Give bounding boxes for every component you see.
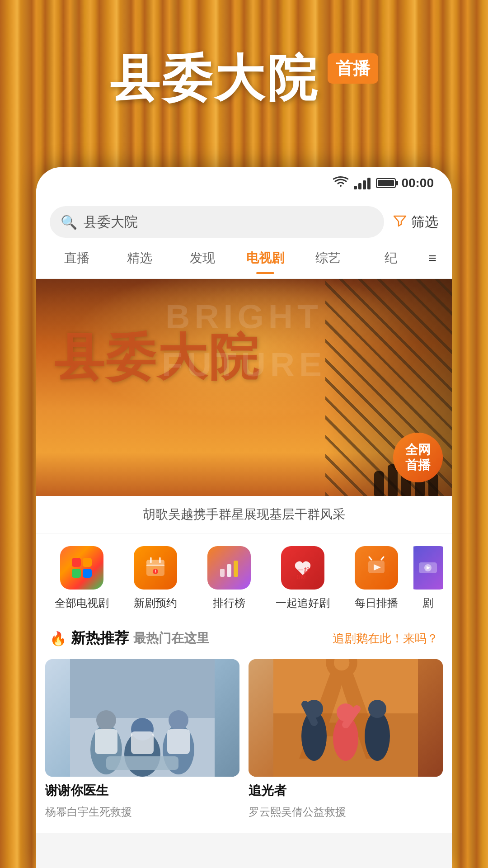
search-bar-row: 🔍 县委大院 筛选 <box>36 199 452 245</box>
hero-banner[interactable]: 县委大院 BRIGHT FUTURE 全网 首播 <box>36 279 452 496</box>
svg-rect-0 <box>72 558 81 567</box>
tab-variety[interactable]: 综艺 <box>296 245 359 271</box>
category-daily[interactable]: 每日排播 <box>340 546 413 610</box>
tab-discover[interactable]: 发现 <box>171 245 234 271</box>
svg-rect-34 <box>106 756 178 770</box>
cat-icon-more <box>413 546 443 590</box>
svg-rect-33 <box>167 729 190 754</box>
svg-rect-11 <box>220 569 225 577</box>
title-area: 县委大院 首播 <box>0 45 488 113</box>
card-desc-1: 杨幂白宇生死救援 <box>45 805 239 819</box>
svg-rect-5 <box>146 560 164 565</box>
hot-icon: 🔥 <box>50 631 66 646</box>
cat-label-ranking: 排行榜 <box>213 596 245 610</box>
svg-text:一起: 一起 <box>297 566 310 574</box>
svg-line-16 <box>369 557 371 560</box>
section-title: 🔥 新热推荐 最热门在这里 <box>50 628 209 648</box>
status-bar: 00:00 <box>36 167 452 199</box>
card-desc-2: 罗云熙吴倩公益救援 <box>249 805 443 819</box>
category-all-tv[interactable]: 全部电视剧 <box>45 546 119 610</box>
category-new-drama[interactable]: ! 新剧预约 <box>119 546 192 610</box>
search-text: 县委大院 <box>84 213 138 231</box>
card-medical-drama[interactable]: 谢谢你医生 杨幂白宇生死救援 <box>45 659 239 819</box>
cat-icon-daily <box>355 546 398 590</box>
svg-point-26 <box>96 710 116 730</box>
medical-scene-img <box>45 659 239 777</box>
quanwang-badge: 全网 首播 <box>393 433 443 482</box>
card-thumb-medical <box>45 659 239 777</box>
cat-label-all-tv: 全部电视剧 <box>55 596 109 610</box>
svg-rect-3 <box>83 569 92 578</box>
section-right-text[interactable]: 追剧鹅在此！来吗？ <box>333 631 438 646</box>
svg-text:!: ! <box>155 569 156 574</box>
cards-grid: 谢谢你医生 杨幂白宇生死救援 Å <box>36 655 452 833</box>
action-scene-img: Å <box>249 659 443 777</box>
svg-line-17 <box>381 557 384 560</box>
time-display: 00:00 <box>401 176 434 190</box>
svg-rect-31 <box>95 729 117 754</box>
nav-tabs: 直播 精选 发现 电视剧 综艺 纪 ≡ <box>36 245 452 279</box>
tab-selected[interactable]: 精选 <box>108 245 171 271</box>
cat-icon-all-tv <box>60 546 103 590</box>
card-action-drama[interactable]: Å 追光者 罗云熙吴倩公益救援 <box>249 659 443 819</box>
svg-rect-13 <box>234 561 238 577</box>
filter-label: 筛选 <box>411 213 438 231</box>
svg-point-43 <box>368 700 386 718</box>
svg-rect-24 <box>70 659 215 718</box>
category-together[interactable]: 一起 好剧 一起追好剧 <box>266 546 340 610</box>
svg-point-42 <box>365 711 390 761</box>
nav-more-button[interactable]: ≡ <box>422 246 443 270</box>
svg-point-30 <box>169 710 188 730</box>
shobo-badge: 首播 <box>328 53 378 84</box>
category-more[interactable]: 剧 <box>413 546 443 610</box>
battery-icon <box>376 178 396 188</box>
category-row: 全部电视剧 ! 新剧预约 <box>36 533 452 619</box>
filter-icon <box>393 214 407 230</box>
svg-rect-12 <box>227 564 231 577</box>
main-title: 县委大院 <box>110 45 319 113</box>
cat-label-daily: 每日排播 <box>355 596 398 610</box>
svg-text:好剧: 好剧 <box>296 575 305 580</box>
section-subtitle: 最热门在这里 <box>133 630 209 647</box>
card-title-2: 追光者 <box>249 782 443 799</box>
cat-icon-new-drama: ! <box>134 546 177 590</box>
svg-rect-1 <box>83 558 92 567</box>
cat-label-together: 一起追好剧 <box>276 596 330 610</box>
card-title-1: 谢谢你医生 <box>45 782 239 799</box>
cat-icon-together: 一起 好剧 <box>281 546 324 590</box>
tab-tv-drama[interactable]: 电视剧 <box>234 245 296 271</box>
wifi-icon <box>333 176 348 191</box>
tab-live[interactable]: 直播 <box>45 245 108 271</box>
svg-rect-2 <box>72 569 81 578</box>
signal-icon <box>354 177 371 189</box>
tab-documentary[interactable]: 纪 <box>359 245 422 271</box>
phone-frame: 00:00 🔍 县委大院 筛选 直播 精选 发现 电视剧 <box>36 167 452 868</box>
card-thumb-action: Å <box>249 659 443 777</box>
cat-label-new-drama: 新剧预约 <box>134 596 177 610</box>
filter-button[interactable]: 筛选 <box>393 213 438 231</box>
status-icons: 00:00 <box>333 176 434 191</box>
search-input-box[interactable]: 🔍 县委大院 <box>50 206 384 238</box>
cat-icon-ranking <box>207 546 251 590</box>
cat-label-more: 剧 <box>422 596 433 610</box>
section-header: 🔥 新热推荐 最热门在这里 追剧鹅在此！来吗？ <box>36 619 452 655</box>
svg-rect-32 <box>131 731 154 754</box>
search-icon: 🔍 <box>61 214 77 230</box>
section-title-text: 新热推荐 <box>71 628 129 648</box>
category-ranking[interactable]: 排行榜 <box>192 546 266 610</box>
description-text: 胡歌吴越携手群星展现基层干群风采 <box>36 496 452 533</box>
